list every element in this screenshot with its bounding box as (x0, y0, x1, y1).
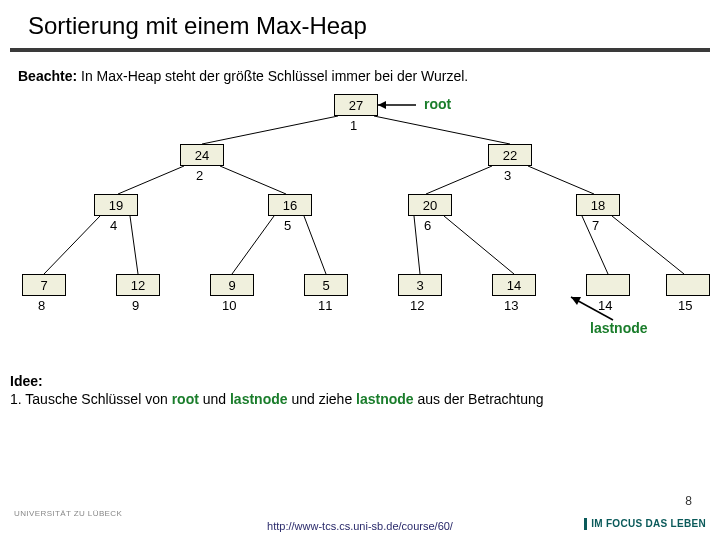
idea-text-1: 1. Tausche Schlüssel von (10, 391, 172, 407)
node-15 (666, 274, 710, 296)
index-2: 2 (196, 168, 203, 183)
index-9: 9 (132, 298, 139, 313)
node-12: 3 (398, 274, 442, 296)
index-5: 5 (284, 218, 291, 233)
node-2: 24 (180, 144, 224, 166)
index-1: 1 (350, 118, 357, 133)
svg-line-8 (426, 166, 492, 194)
svg-line-7 (220, 166, 286, 194)
page-title: Sortierung mit einem Max-Heap (0, 0, 720, 48)
svg-line-5 (374, 116, 510, 144)
index-14: 14 (598, 298, 612, 313)
idea-text-2: und (199, 391, 230, 407)
divider (10, 48, 710, 52)
heap-tree: root lastnode 27 1 24 2 22 3 19 4 16 5 2… (10, 84, 710, 354)
svg-marker-1 (378, 101, 386, 109)
index-4: 4 (110, 218, 117, 233)
index-13: 13 (504, 298, 518, 313)
node-1: 27 (334, 94, 378, 116)
logo-right: IM FOCUS DAS LEBEN (584, 518, 706, 530)
index-7: 7 (592, 218, 599, 233)
node-6: 20 (408, 194, 452, 216)
lastnode-label: lastnode (590, 320, 648, 336)
svg-line-4 (202, 116, 338, 144)
index-8: 8 (38, 298, 45, 313)
note-label: Beachte: (18, 68, 77, 84)
index-15: 15 (678, 298, 692, 313)
idea-label: Idee: (10, 373, 43, 389)
page-number: 8 (685, 494, 692, 508)
idea-lastnode: lastnode (230, 391, 288, 407)
index-3: 3 (504, 168, 511, 183)
node-14 (586, 274, 630, 296)
node-13: 14 (492, 274, 536, 296)
idea-lastnode-2: lastnode (356, 391, 414, 407)
svg-line-13 (304, 216, 326, 274)
svg-marker-3 (571, 297, 581, 305)
index-6: 6 (424, 218, 431, 233)
svg-line-9 (528, 166, 594, 194)
svg-line-10 (44, 216, 100, 274)
svg-line-15 (444, 216, 514, 274)
node-11: 5 (304, 274, 348, 296)
idea-block: Idee: 1. Tausche Schlüssel von root und … (0, 354, 720, 408)
node-5: 16 (268, 194, 312, 216)
svg-line-12 (232, 216, 274, 274)
index-11: 11 (318, 298, 332, 313)
svg-line-14 (414, 216, 420, 274)
index-10: 10 (222, 298, 236, 313)
idea-root: root (172, 391, 199, 407)
footer: UNIVERSITÄT ZU LÜBECK http://www-tcs.cs.… (0, 490, 720, 534)
svg-line-17 (612, 216, 684, 274)
logo-left: UNIVERSITÄT ZU LÜBECK (14, 509, 122, 518)
node-3: 22 (488, 144, 532, 166)
footer-url: http://www-tcs.cs.uni-sb.de/course/60/ (267, 520, 453, 532)
note-line: Beachte: In Max-Heap steht der größte Sc… (0, 62, 720, 84)
svg-line-11 (130, 216, 138, 274)
logo-right-text: IM FOCUS DAS LEBEN (591, 518, 706, 529)
idea-text-4: aus der Betrachtung (414, 391, 544, 407)
svg-line-6 (118, 166, 184, 194)
index-12: 12 (410, 298, 424, 313)
idea-text-3: und ziehe (288, 391, 357, 407)
node-4: 19 (94, 194, 138, 216)
node-8: 7 (22, 274, 66, 296)
node-10: 9 (210, 274, 254, 296)
note-text: In Max-Heap steht der größte Schlüssel i… (81, 68, 468, 84)
node-9: 12 (116, 274, 160, 296)
root-label: root (424, 96, 451, 112)
node-7: 18 (576, 194, 620, 216)
